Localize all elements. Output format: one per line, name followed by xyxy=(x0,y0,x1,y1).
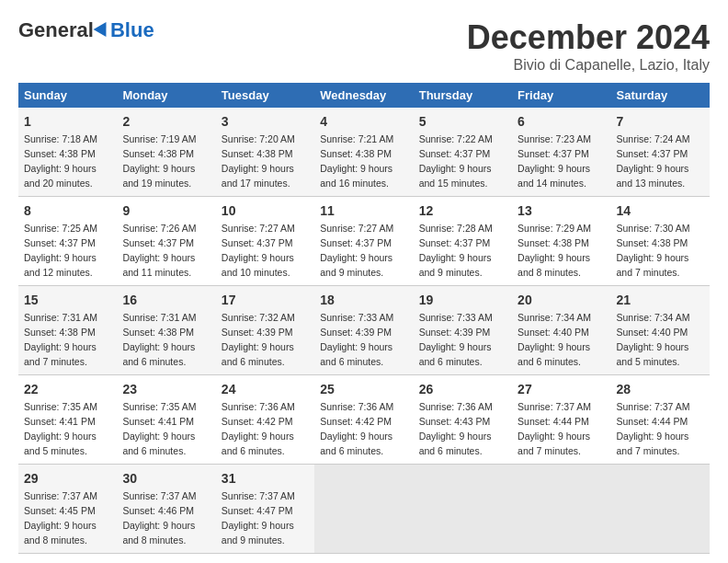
calendar-table: Sunday Monday Tuesday Wednesday Thursday… xyxy=(18,83,710,554)
day-sunrise: Sunrise: 7:35 AMSunset: 4:41 PMDaylight:… xyxy=(122,401,196,456)
calendar-cell: 8 Sunrise: 7:25 AMSunset: 4:37 PMDayligh… xyxy=(18,197,117,286)
calendar-cell: 10 Sunrise: 7:27 AMSunset: 4:37 PMDaylig… xyxy=(216,197,314,286)
day-number: 21 xyxy=(617,291,704,309)
calendar-cell: 24 Sunrise: 7:36 AMSunset: 4:42 PMDaylig… xyxy=(216,375,314,465)
day-number: 26 xyxy=(419,380,506,398)
day-number: 2 xyxy=(122,112,210,131)
day-sunrise: Sunrise: 7:28 AMSunset: 4:37 PMDaylight:… xyxy=(419,223,493,278)
calendar-cell: 23 Sunrise: 7:35 AMSunset: 4:41 PMDaylig… xyxy=(117,375,215,465)
calendar-cell xyxy=(611,465,710,554)
day-sunrise: Sunrise: 7:23 AMSunset: 4:37 PMDaylight:… xyxy=(518,133,591,189)
day-number: 31 xyxy=(222,469,309,488)
calendar-cell: 14 Sunrise: 7:30 AMSunset: 4:38 PMDaylig… xyxy=(611,197,710,286)
day-number: 15 xyxy=(24,291,111,309)
day-number: 12 xyxy=(419,201,506,220)
header-row: Sunday Monday Tuesday Wednesday Thursday… xyxy=(18,83,710,108)
calendar-cell: 19 Sunrise: 7:33 AMSunset: 4:39 PMDaylig… xyxy=(414,286,512,375)
day-number: 19 xyxy=(419,291,506,309)
calendar-cell: 9 Sunrise: 7:26 AMSunset: 4:37 PMDayligh… xyxy=(117,197,215,286)
day-sunrise: Sunrise: 7:33 AMSunset: 4:39 PMDaylight:… xyxy=(320,312,393,367)
day-sunrise: Sunrise: 7:37 AMSunset: 4:44 PMDaylight:… xyxy=(518,401,591,456)
day-sunrise: Sunrise: 7:34 AMSunset: 4:40 PMDaylight:… xyxy=(518,312,591,367)
day-sunrise: Sunrise: 7:18 AMSunset: 4:38 PMDaylight:… xyxy=(24,133,97,189)
calendar-week-1: 1 Sunrise: 7:18 AMSunset: 4:38 PMDayligh… xyxy=(18,108,710,197)
day-number: 30 xyxy=(122,469,210,488)
header-monday: Monday xyxy=(117,83,215,108)
calendar-week-5: 29 Sunrise: 7:37 AMSunset: 4:45 PMDaylig… xyxy=(18,465,710,554)
header-wednesday: Wednesday xyxy=(314,83,413,108)
calendar-cell: 26 Sunrise: 7:36 AMSunset: 4:43 PMDaylig… xyxy=(414,375,512,465)
day-number: 17 xyxy=(222,291,309,309)
calendar-cell: 2 Sunrise: 7:19 AMSunset: 4:38 PMDayligh… xyxy=(117,108,215,197)
day-sunrise: Sunrise: 7:36 AMSunset: 4:42 PMDaylight:… xyxy=(320,401,393,456)
calendar-cell: 31 Sunrise: 7:37 AMSunset: 4:47 PMDaylig… xyxy=(216,465,314,554)
day-number: 11 xyxy=(320,201,407,220)
calendar-cell: 30 Sunrise: 7:37 AMSunset: 4:46 PMDaylig… xyxy=(117,465,215,554)
day-number: 4 xyxy=(320,112,407,131)
day-number: 22 xyxy=(24,380,111,398)
header-friday: Friday xyxy=(512,83,610,108)
calendar-cell: 13 Sunrise: 7:29 AMSunset: 4:38 PMDaylig… xyxy=(512,197,610,286)
day-sunrise: Sunrise: 7:19 AMSunset: 4:38 PMDaylight:… xyxy=(122,133,196,189)
day-sunrise: Sunrise: 7:24 AMSunset: 4:37 PMDaylight:… xyxy=(617,133,690,189)
calendar-cell: 18 Sunrise: 7:33 AMSunset: 4:39 PMDaylig… xyxy=(314,286,413,375)
day-sunrise: Sunrise: 7:34 AMSunset: 4:40 PMDaylight:… xyxy=(617,312,690,367)
logo-general-text: General xyxy=(18,18,94,42)
calendar-cell: 20 Sunrise: 7:34 AMSunset: 4:40 PMDaylig… xyxy=(512,286,610,375)
day-number: 9 xyxy=(122,201,210,220)
calendar-cell: 16 Sunrise: 7:31 AMSunset: 4:38 PMDaylig… xyxy=(117,286,215,375)
day-number: 25 xyxy=(320,380,407,398)
day-sunrise: Sunrise: 7:31 AMSunset: 4:38 PMDaylight:… xyxy=(122,312,196,367)
header-sunday: Sunday xyxy=(18,83,117,108)
day-number: 20 xyxy=(518,291,605,309)
calendar-cell: 22 Sunrise: 7:35 AMSunset: 4:41 PMDaylig… xyxy=(18,375,117,465)
day-sunrise: Sunrise: 7:27 AMSunset: 4:37 PMDaylight:… xyxy=(320,223,393,278)
calendar-cell: 15 Sunrise: 7:31 AMSunset: 4:38 PMDaylig… xyxy=(18,286,117,375)
title-section: December 2024 Bivio di Capanelle, Lazio,… xyxy=(467,18,710,74)
calendar-cell: 28 Sunrise: 7:37 AMSunset: 4:44 PMDaylig… xyxy=(611,375,710,465)
day-number: 3 xyxy=(222,112,309,131)
calendar-cell: 5 Sunrise: 7:22 AMSunset: 4:37 PMDayligh… xyxy=(414,108,512,197)
day-sunrise: Sunrise: 7:37 AMSunset: 4:44 PMDaylight:… xyxy=(617,401,690,456)
day-number: 13 xyxy=(518,201,605,220)
calendar-week-2: 8 Sunrise: 7:25 AMSunset: 4:37 PMDayligh… xyxy=(18,197,710,286)
calendar-cell: 4 Sunrise: 7:21 AMSunset: 4:38 PMDayligh… xyxy=(314,108,413,197)
day-number: 1 xyxy=(24,112,111,131)
header-thursday: Thursday xyxy=(414,83,512,108)
calendar-cell: 25 Sunrise: 7:36 AMSunset: 4:42 PMDaylig… xyxy=(314,375,413,465)
day-sunrise: Sunrise: 7:22 AMSunset: 4:37 PMDaylight:… xyxy=(419,133,493,189)
day-sunrise: Sunrise: 7:33 AMSunset: 4:39 PMDaylight:… xyxy=(419,312,493,367)
day-sunrise: Sunrise: 7:20 AMSunset: 4:38 PMDaylight:… xyxy=(222,133,295,189)
day-number: 28 xyxy=(617,380,704,398)
header-saturday: Saturday xyxy=(611,83,710,108)
day-sunrise: Sunrise: 7:29 AMSunset: 4:38 PMDaylight:… xyxy=(518,223,591,278)
day-sunrise: Sunrise: 7:36 AMSunset: 4:42 PMDaylight:… xyxy=(222,401,295,456)
day-sunrise: Sunrise: 7:27 AMSunset: 4:37 PMDaylight:… xyxy=(222,223,295,278)
logo: General Blue xyxy=(18,18,154,42)
calendar-body: 1 Sunrise: 7:18 AMSunset: 4:38 PMDayligh… xyxy=(18,108,710,554)
day-number: 10 xyxy=(222,201,309,220)
calendar-cell xyxy=(512,465,610,554)
calendar-week-4: 22 Sunrise: 7:35 AMSunset: 4:41 PMDaylig… xyxy=(18,375,710,465)
day-sunrise: Sunrise: 7:30 AMSunset: 4:38 PMDaylight:… xyxy=(617,223,690,278)
calendar-cell: 17 Sunrise: 7:32 AMSunset: 4:39 PMDaylig… xyxy=(216,286,314,375)
header-tuesday: Tuesday xyxy=(216,83,314,108)
location-text: Bivio di Capanelle, Lazio, Italy xyxy=(467,57,710,74)
page-header: General Blue December 2024 Bivio di Capa… xyxy=(18,18,710,74)
calendar-cell: 3 Sunrise: 7:20 AMSunset: 4:38 PMDayligh… xyxy=(216,108,314,197)
day-number: 8 xyxy=(24,201,111,220)
logo-blue-text: Blue xyxy=(110,18,154,42)
day-sunrise: Sunrise: 7:31 AMSunset: 4:38 PMDaylight:… xyxy=(24,312,97,367)
month-title: December 2024 xyxy=(467,18,710,57)
day-sunrise: Sunrise: 7:26 AMSunset: 4:37 PMDaylight:… xyxy=(122,223,196,278)
day-number: 14 xyxy=(617,201,704,220)
day-number: 16 xyxy=(122,291,210,309)
day-sunrise: Sunrise: 7:37 AMSunset: 4:45 PMDaylight:… xyxy=(24,490,97,546)
calendar-cell xyxy=(414,465,512,554)
calendar-header: Sunday Monday Tuesday Wednesday Thursday… xyxy=(18,83,710,108)
day-sunrise: Sunrise: 7:32 AMSunset: 4:39 PMDaylight:… xyxy=(222,312,295,367)
calendar-cell: 7 Sunrise: 7:24 AMSunset: 4:37 PMDayligh… xyxy=(611,108,710,197)
day-sunrise: Sunrise: 7:35 AMSunset: 4:41 PMDaylight:… xyxy=(24,401,97,456)
day-number: 23 xyxy=(122,380,210,398)
day-number: 5 xyxy=(419,112,506,131)
